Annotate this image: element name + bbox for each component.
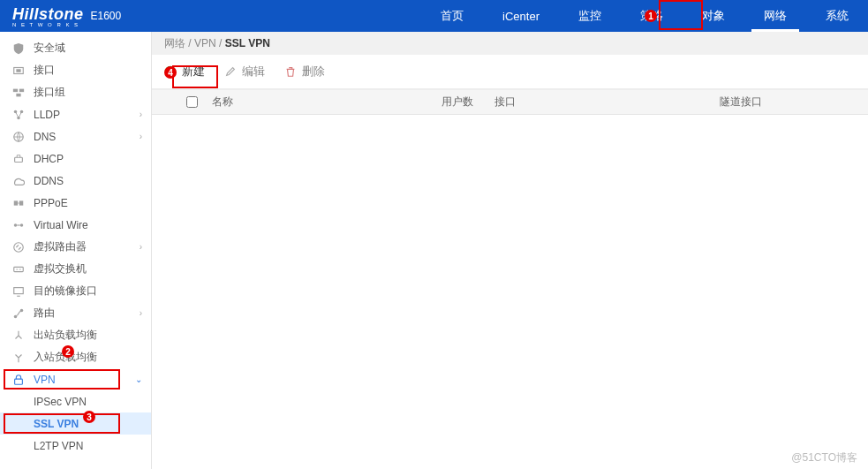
breadcrumb-seg[interactable]: 网络 — [164, 36, 185, 51]
new-button-label: 新建 — [182, 64, 205, 79]
sidebar-item-dhcp[interactable]: DHCP — [0, 148, 151, 170]
main-panel: 网络 / VPN / SSL VPN 新建 编辑 删除 名称 — [152, 32, 868, 469]
svg-rect-1 — [16, 69, 20, 72]
ddns-icon — [12, 175, 25, 187]
lb-out-icon — [12, 329, 25, 342]
nav-icenter[interactable]: iCenter — [483, 0, 559, 32]
lb-in-icon — [12, 352, 25, 364]
sidebar-item-secdomain[interactable]: 安全域 — [0, 37, 151, 59]
sidebar-item-vwire[interactable]: Virtual Wire — [0, 214, 151, 236]
route-icon — [12, 307, 25, 320]
nav-active-indicator — [751, 29, 799, 32]
nav-object[interactable]: 对象 — [683, 0, 744, 32]
th-checkbox[interactable] — [178, 96, 205, 108]
nav-network-label: 网络 — [764, 8, 787, 24]
sidebar-item-label: 目的镜像接口 — [34, 284, 142, 299]
sidebar-item-label: Virtual Wire — [34, 219, 142, 231]
sidebar-item-vswitch[interactable]: 虚拟交换机 — [0, 258, 151, 280]
dns-icon — [12, 131, 25, 143]
edit-button[interactable]: 编辑 — [224, 64, 265, 79]
sidebar-item-label: 接口组 — [34, 85, 142, 100]
body-layout: 安全域 接口 接口组 LLDP › DNS › DHCP DDNS — [0, 32, 868, 469]
sidebar-item-ddns[interactable]: DDNS — [0, 170, 151, 192]
vpn-icon — [12, 374, 25, 386]
vswitch-icon — [12, 263, 25, 276]
svg-rect-3 — [19, 88, 24, 92]
sidebar: 安全域 接口 接口组 LLDP › DNS › DHCP DDNS — [0, 32, 152, 469]
sidebar-sub-ipsec[interactable]: IPSec VPN — [0, 390, 151, 412]
logo-block: Hillstone N E T W O R K S E1600 — [0, 5, 159, 27]
sidebar-sub-l2tp[interactable]: L2TP VPN — [0, 435, 151, 457]
pppoe-icon — [12, 197, 25, 209]
pencil-icon — [224, 65, 237, 78]
top-header: Hillstone N E T W O R K S E1600 首页 iCent… — [0, 0, 868, 32]
watermark: @51CTO博客 — [791, 450, 857, 465]
plus-circle-icon — [164, 65, 177, 78]
sidebar-item-lb-out[interactable]: 出站负载均衡 — [0, 324, 151, 346]
breadcrumb-sep: / — [216, 37, 225, 49]
nav-system[interactable]: 系统 — [806, 0, 868, 32]
chevron-right-icon: › — [140, 308, 142, 318]
sidebar-item-label: LLDP — [34, 109, 140, 121]
delete-button[interactable]: 删除 — [284, 64, 325, 79]
breadcrumb-current: SSL VPN — [225, 37, 270, 49]
th-name[interactable]: 名称 — [205, 95, 434, 110]
toolbar: 新建 编辑 删除 — [152, 55, 868, 90]
sidebar-item-label: 接口 — [34, 63, 142, 78]
dhcp-icon — [12, 153, 25, 165]
port-icon — [12, 64, 25, 77]
sidebar-item-vpn[interactable]: VPN ⌄ — [0, 368, 151, 390]
sidebar-item-label: 路由 — [34, 306, 140, 321]
chevron-down-icon: ⌄ — [135, 374, 142, 384]
main-nav: 首页 iCenter 监控 策略 对象 网络 系统 — [421, 0, 868, 32]
svg-rect-4 — [16, 93, 20, 96]
sidebar-item-label: PPPoE — [34, 197, 142, 209]
chevron-right-icon: › — [140, 132, 142, 141]
trash-icon — [284, 65, 297, 78]
new-button[interactable]: 新建 — [164, 64, 205, 79]
svg-rect-10 — [14, 200, 18, 205]
sidebar-sub-sslvpn[interactable]: SSL VPN — [0, 412, 151, 435]
sidebar-item-lb-in[interactable]: 入站负载均衡 — [0, 346, 151, 368]
sidebar-item-route[interactable]: 路由 › — [0, 302, 151, 324]
breadcrumb: 网络 / VPN / SSL VPN — [152, 32, 868, 55]
sidebar-item-label: 虚拟交换机 — [34, 261, 142, 276]
select-all-checkbox[interactable] — [186, 96, 198, 108]
nav-monitor[interactable]: 监控 — [559, 0, 621, 32]
sidebar-item-label: DNS — [34, 131, 140, 143]
table-header: 名称 用户数 接口 隧道接口 — [152, 90, 868, 115]
vwire-icon — [12, 219, 25, 231]
chevron-right-icon: › — [140, 110, 142, 119]
sidebar-item-label: DDNS — [34, 175, 142, 187]
chevron-right-icon: › — [140, 242, 142, 252]
sidebar-item-mirror[interactable]: 目的镜像接口 — [0, 280, 151, 302]
sidebar-item-vrouter[interactable]: 虚拟路由器 › — [0, 236, 151, 258]
sidebar-item-dns[interactable]: DNS › — [0, 125, 151, 148]
sidebar-item-pppoe[interactable]: PPPoE — [0, 192, 151, 214]
delete-button-label: 删除 — [302, 64, 325, 79]
nav-policy[interactable]: 策略 — [621, 0, 683, 32]
sidebar-item-interface-group[interactable]: 接口组 — [0, 81, 151, 103]
sidebar-item-label: VPN — [34, 374, 135, 386]
svg-point-14 — [14, 242, 24, 252]
sidebar-item-label: 入站负载均衡 — [34, 350, 142, 365]
breadcrumb-seg[interactable]: VPN — [194, 37, 216, 49]
nav-home[interactable]: 首页 — [421, 0, 483, 32]
sidebar-item-label: DHCP — [34, 153, 142, 165]
sidebar-item-interface[interactable]: 接口 — [0, 59, 151, 81]
svg-rect-19 — [15, 379, 23, 384]
svg-point-13 — [20, 223, 24, 227]
svg-rect-15 — [14, 267, 24, 271]
vrouter-icon — [12, 241, 25, 253]
th-tunnel[interactable]: 隧道接口 — [713, 95, 868, 110]
th-users[interactable]: 用户数 — [434, 95, 487, 110]
sidebar-item-label: 出站负载均衡 — [34, 328, 142, 343]
nav-network[interactable]: 网络 — [744, 0, 806, 32]
sidebar-item-label: 安全域 — [34, 41, 142, 56]
th-interface[interactable]: 接口 — [487, 95, 713, 110]
port-group-icon — [12, 87, 25, 99]
sidebar-item-label: 虚拟路由器 — [34, 239, 140, 254]
sidebar-item-lldp[interactable]: LLDP › — [0, 103, 151, 125]
table-body-empty — [152, 115, 868, 469]
edit-button-label: 编辑 — [242, 64, 265, 79]
